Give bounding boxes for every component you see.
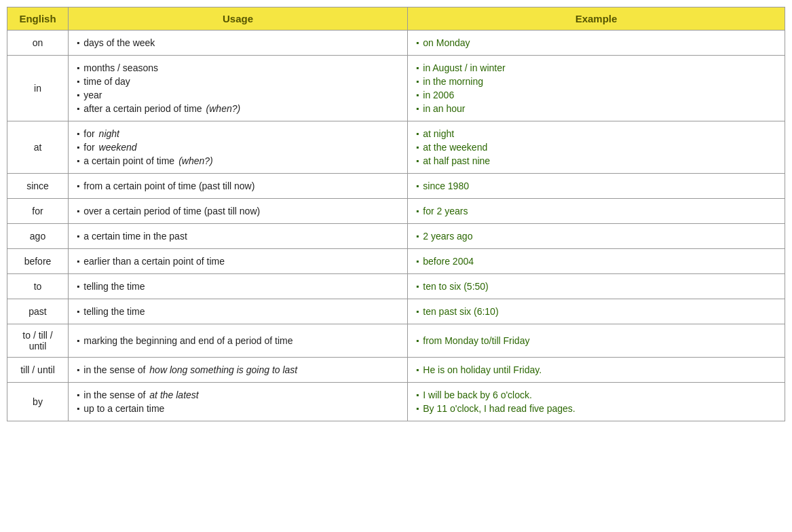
example-item: 2 years ago	[416, 229, 776, 243]
usage-cell: over a certain period of time (past till…	[69, 199, 408, 224]
example-cell: ten past six (6:10)	[408, 299, 785, 324]
example-cell: for 2 years	[408, 199, 785, 224]
usage-item: marking the beginning and end of a perio…	[77, 334, 399, 347]
example-item: on Monday	[416, 36, 776, 50]
usage-item: for weekend	[77, 140, 399, 154]
usage-item: a certain time in the past	[77, 229, 399, 243]
table-row: forover a certain period of time (past t…	[7, 199, 785, 224]
english-cell: till / until	[7, 358, 69, 383]
example-cell: from Monday to/till Friday	[408, 324, 785, 358]
example-item: ten to six (5:50)	[416, 280, 776, 293]
usage-cell: earlier than a certain point of time	[69, 249, 408, 274]
english-cell: ago	[7, 224, 69, 249]
english-cell: for	[7, 199, 69, 224]
usage-item: time of day	[77, 75, 399, 88]
usage-item: earlier than a certain point of time	[77, 254, 399, 268]
example-cell: He is on holiday until Friday.	[408, 358, 785, 383]
example-item: at the weekend	[416, 140, 776, 154]
table-row: beforeearlier than a certain point of ti…	[7, 249, 785, 274]
usage-cell: telling the time	[69, 299, 408, 324]
example-item: at night	[416, 127, 776, 140]
usage-cell: months / seasonstime of dayyearafter a c…	[69, 56, 408, 121]
table-row: ondays of the weekon Monday	[7, 31, 785, 56]
example-cell: ten to six (5:50)	[408, 274, 785, 299]
english-cell: since	[7, 174, 69, 199]
usage-cell: a certain time in the past	[69, 224, 408, 249]
english-cell: to / till /until	[7, 324, 69, 358]
usage-cell: days of the week	[69, 31, 408, 56]
usage-item: in the sense of how long something is go…	[77, 363, 399, 377]
example-item: at half past nine	[416, 154, 776, 168]
usage-cell: marking the beginning and end of a perio…	[69, 324, 408, 358]
usage-item: after a certain period of time (when?)	[77, 102, 399, 115]
example-cell: I will be back by 6 o'clock.By 11 o'cloc…	[408, 383, 785, 421]
example-item: in August / in winter	[416, 61, 776, 75]
table-row: sincefrom a certain point of time (past …	[7, 174, 785, 199]
prepositions-table: English Usage Example ondays of the week…	[7, 7, 785, 421]
usage-item: for night	[77, 127, 399, 140]
english-cell: at	[7, 121, 69, 174]
usage-item: from a certain point of time (past till …	[77, 179, 399, 193]
english-cell: on	[7, 31, 69, 56]
usage-item: days of the week	[77, 36, 399, 50]
example-item: in the morning	[416, 75, 776, 88]
example-item: I will be back by 6 o'clock.	[416, 388, 776, 402]
usage-item: in the sense of at the latest	[77, 388, 399, 402]
example-item: before 2004	[416, 254, 776, 268]
usage-cell: telling the time	[69, 274, 408, 299]
example-item: By 11 o'clock, I had read five pages.	[416, 402, 776, 415]
table-row: till / untilin the sense of how long som…	[7, 358, 785, 383]
usage-cell: from a certain point of time (past till …	[69, 174, 408, 199]
usage-item: telling the time	[77, 305, 399, 318]
table-row: byin the sense of at the latestup to a c…	[7, 383, 785, 421]
usage-cell: in the sense of at the latestup to a cer…	[69, 383, 408, 421]
usage-item: a certain point of time (when?)	[77, 154, 399, 168]
example-item: for 2 years	[416, 204, 776, 218]
header-english: English	[7, 7, 69, 31]
table-row: inmonths / seasonstime of dayyearafter a…	[7, 56, 785, 121]
example-item: ten past six (6:10)	[416, 305, 776, 318]
usage-cell: in the sense of how long something is go…	[69, 358, 408, 383]
usage-cell: for nightfor weekenda certain point of t…	[69, 121, 408, 174]
example-item: He is on holiday until Friday.	[416, 363, 776, 377]
english-cell: before	[7, 249, 69, 274]
usage-item: months / seasons	[77, 61, 399, 75]
example-item: since 1980	[416, 179, 776, 193]
english-cell: to	[7, 274, 69, 299]
table-row: totelling the timeten to six (5:50)	[7, 274, 785, 299]
example-cell: 2 years ago	[408, 224, 785, 249]
english-cell: past	[7, 299, 69, 324]
example-item: from Monday to/till Friday	[416, 334, 776, 347]
header-usage: Usage	[69, 7, 408, 31]
usage-item: over a certain period of time (past till…	[77, 204, 399, 218]
table-row: pasttelling the timeten past six (6:10)	[7, 299, 785, 324]
usage-item: up to a certain time	[77, 402, 399, 415]
example-cell: since 1980	[408, 174, 785, 199]
table-row: agoa certain time in the past2 years ago	[7, 224, 785, 249]
usage-item: year	[77, 88, 399, 102]
example-cell: before 2004	[408, 249, 785, 274]
header-example: Example	[408, 7, 785, 31]
example-cell: on Monday	[408, 31, 785, 56]
example-item: in 2006	[416, 88, 776, 102]
usage-item: telling the time	[77, 280, 399, 293]
example-item: in an hour	[416, 102, 776, 115]
example-cell: at nightat the weekendat half past nine	[408, 121, 785, 174]
english-cell: in	[7, 56, 69, 121]
example-cell: in August / in winterin the morningin 20…	[408, 56, 785, 121]
table-row: atfor nightfor weekenda certain point of…	[7, 121, 785, 174]
table-row: to / till /untilmarking the beginning an…	[7, 324, 785, 358]
english-cell: by	[7, 383, 69, 421]
